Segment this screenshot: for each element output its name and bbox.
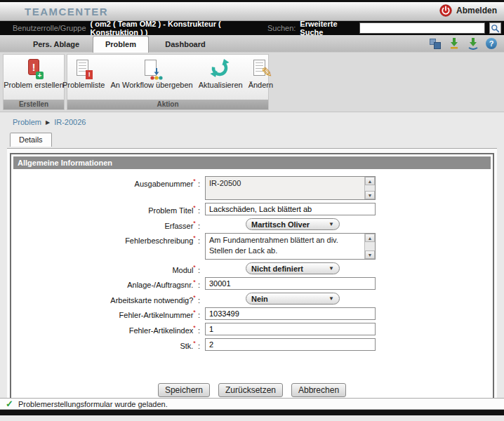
problem-erstellen-button[interactable]: ! + Problem erstellen — [2, 56, 65, 89]
ausgabenummer-listbox[interactable]: IR-20500 ▲ ▼ — [205, 176, 376, 200]
role-label: Benutzerrolle/Gruppe — [13, 24, 86, 32]
form-row: Fehler-Artikelnummer* : — [11, 307, 493, 320]
textarea-scrollbar[interactable]: ▲ ▼ — [364, 234, 375, 259]
refresh-icon — [210, 58, 231, 79]
form-row: Modul* : Nicht definiert ▼ — [11, 262, 493, 274]
breadcrumb: Problem ▶ IR-20026 — [0, 112, 504, 126]
ausgabenummer-value: IR-20500 — [206, 177, 364, 199]
search-input[interactable] — [359, 22, 484, 34]
problemliste-button[interactable]: ! Problemliste — [61, 56, 107, 89]
help-icon[interactable]: ? — [486, 38, 497, 49]
status-message: Problemerstellungsformular wurde geladen… — [18, 400, 168, 408]
arbeitskarte-select[interactable]: Nein ▼ — [246, 293, 340, 305]
breadcrumb-ir-20026[interactable]: IR-20026 — [54, 118, 86, 126]
modul-value: Nicht definiert — [251, 265, 303, 273]
ribbon-toolbar: ! + Problem erstellen Erstellen ! Proble… — [0, 53, 504, 112]
problem-create-icon: ! + — [23, 58, 44, 79]
form-row: Erfasser* : Martitsch Oliver ▼ — [11, 218, 493, 230]
main-content: Problem ▶ IR-20026 Details Allgemeine In… — [0, 112, 504, 415]
erfasser-select[interactable]: Martitsch Oliver ▼ — [246, 218, 340, 230]
fehler-artikelindex-input[interactable] — [205, 323, 376, 335]
search-icon — [491, 24, 500, 33]
fehlerbeschreibung-textarea[interactable]: Am Fundamentrahmen blättert an div. Stel… — [205, 233, 376, 260]
advanced-search-link[interactable]: Erweiterte Suche — [300, 20, 355, 36]
problem-list-icon: ! — [73, 58, 94, 79]
field-label-erfasser: Erfasser* : — [11, 218, 205, 230]
tab-pers-ablage[interactable]: Pers. Ablage — [20, 36, 93, 52]
status-bar: ✓ Problemerstellungsformular wurde gelad… — [0, 398, 504, 410]
tab-problem[interactable]: Problem — [93, 36, 149, 53]
download-icon[interactable] — [467, 37, 479, 50]
field-label-stk: Stk.* : — [11, 338, 205, 350]
chevron-down-icon: ▼ — [329, 221, 334, 227]
listbox-scrollbar[interactable]: ▲ ▼ — [364, 177, 375, 199]
field-label-arbeitskarte: Arbeitskarte notwendig?* : — [11, 293, 205, 305]
teamcenter-logo: TEAMCENTER — [25, 6, 108, 18]
arbeitskarte-value: Nein — [251, 295, 268, 303]
scroll-down-icon[interactable]: ▼ — [365, 191, 375, 199]
details-sheet: Allgemeine Informationen Ausgabenummer* … — [7, 148, 497, 403]
chevron-down-icon: ▼ — [329, 295, 334, 302]
scroll-up-icon[interactable]: ▲ — [365, 234, 375, 242]
fehlerbeschreibung-value: Am Fundamentrahmen blättert an div. Stel… — [206, 234, 364, 259]
form-row: Fehlerbeschreibung* : Am Fundamentrahmen… — [11, 233, 493, 260]
field-label-modul: Modul* : — [11, 262, 205, 274]
ribbon-group-aktion: ! Problemliste An Workflow überg — [67, 54, 269, 110]
aktualisieren-button[interactable]: Aktualisieren — [197, 56, 244, 89]
field-label-problem-titel: Problem Titel* : — [11, 203, 205, 215]
success-check-icon: ✓ — [6, 399, 13, 409]
group-label-aktion: Aktion — [67, 100, 268, 109]
workflow-uebergeben-button[interactable]: An Workflow übergeben — [109, 56, 194, 89]
modul-select[interactable]: Nicht definiert ▼ — [246, 262, 340, 274]
chevron-down-icon: ▼ — [329, 265, 334, 272]
form-row: Fehler-Artikelindex* : — [11, 323, 493, 335]
role-value: ( om2 ( Team OM2 ) - Konstrukteur ( Kons… — [91, 20, 259, 36]
import-icon[interactable] — [448, 37, 460, 50]
main-tab-bar: Pers. Ablage Problem Dashboard ? — [0, 35, 504, 53]
breadcrumb-arrow-icon: ▶ — [46, 119, 50, 126]
logout-label: Abmelden — [456, 6, 497, 15]
scroll-down-icon[interactable]: ▼ — [365, 250, 375, 259]
field-label-anlage-auftragsnr: Anlage-/Auftragsnr.* : — [11, 277, 205, 289]
tab-dashboard[interactable]: Dashboard — [149, 36, 222, 52]
anlage-auftragsnr-input[interactable] — [205, 277, 376, 290]
open-in-client-icon[interactable] — [429, 37, 442, 50]
form-row: Stk.* : — [11, 338, 493, 351]
group-label-erstellen: Erstellen — [4, 100, 64, 109]
app-header: TEAMCENTER Abmelden — [0, 2, 504, 21]
form-buttons: Speichern Zurücksetzen Abbrechen — [11, 383, 493, 397]
scroll-up-icon[interactable]: ▲ — [365, 177, 375, 185]
form-panel: Allgemeine Informationen Ausgabenummer* … — [10, 153, 494, 400]
problem-titel-input[interactable] — [205, 203, 376, 215]
window-bottom-strip — [0, 410, 504, 415]
edit-icon: ✎ — [250, 58, 271, 79]
stk-input[interactable] — [205, 338, 376, 351]
zuruecksetzen-button[interactable]: Zurücksetzen — [218, 383, 283, 397]
search-label: Suchen: — [267, 24, 296, 32]
field-label-fehler-artikelnummer: Fehler-Artikelnummer* : — [11, 307, 205, 319]
field-label-fehlerbeschreibung: Fehlerbeschreibung* : — [11, 233, 205, 245]
search-button[interactable] — [489, 22, 501, 34]
fehler-artikelnummer-input[interactable] — [205, 307, 376, 320]
aendern-button[interactable]: ✎ Ändern — [247, 56, 274, 89]
logout-button[interactable]: Abmelden — [439, 4, 497, 17]
power-icon — [439, 4, 452, 17]
speichern-button[interactable]: Speichern — [158, 383, 210, 397]
erfasser-value: Martitsch Oliver — [251, 220, 310, 229]
ribbon-group-erstellen: ! + Problem erstellen Erstellen — [3, 54, 65, 110]
user-role-bar: Benutzerrolle/Gruppe ( om2 ( Team OM2 ) … — [0, 21, 504, 35]
form-row: Anlage-/Auftragsnr.* : — [11, 277, 493, 290]
field-label-fehler-artikelindex: Fehler-Artikelindex* : — [11, 323, 205, 335]
field-label-ausgabenummer: Ausgabenummer* : — [11, 176, 205, 188]
tab-details[interactable]: Details — [10, 133, 52, 147]
form-row: Ausgabenummer* : IR-20500 ▲ ▼ — [11, 176, 493, 200]
form-row: Problem Titel* : — [11, 203, 493, 215]
workflow-submit-icon — [141, 58, 162, 79]
breadcrumb-problem[interactable]: Problem — [13, 118, 41, 126]
section-title: Allgemeine Informationen — [13, 156, 491, 169]
form-row: Arbeitskarte notwendig?* : Nein ▼ — [11, 293, 493, 305]
abbrechen-button[interactable]: Abbrechen — [291, 383, 346, 397]
